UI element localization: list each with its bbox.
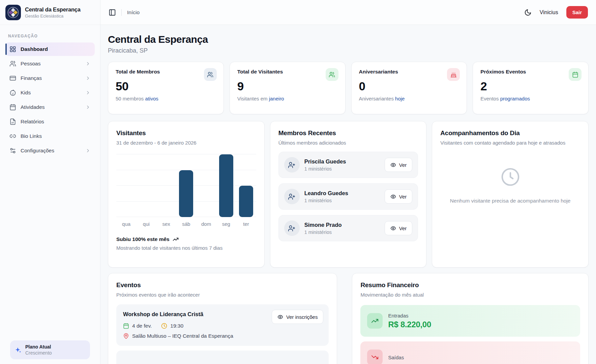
stat-desc: Visitantes em janeiro (237, 96, 338, 101)
eye-icon (277, 314, 283, 320)
chart-x-labels: quaquisexsábdomsegter (116, 221, 256, 227)
member-row: Simone Prado 1 ministérios Ver (278, 215, 418, 241)
breadcrumb[interactable]: Início (127, 9, 140, 16)
chevron-right-icon (85, 148, 91, 153)
member-row: Leandro Guedes 1 ministérios Ver (278, 183, 418, 210)
plan-label: Plano Atual (25, 344, 52, 350)
eye-icon (390, 225, 396, 231)
trending-up-icon (367, 313, 383, 329)
members-title: Membros Recentes (278, 129, 418, 137)
credit-card-icon (9, 75, 16, 82)
brand-subtitle: Gestão Eclesiástica (25, 13, 81, 19)
user-plus-icon (284, 220, 300, 236)
chart-bar (239, 186, 253, 217)
events-title: Eventos (116, 281, 329, 289)
link-icon (9, 133, 16, 140)
stat-card-aniversariantes: Aniversariantes 0 Aniversariantes hoje (351, 62, 467, 114)
sidebar-item-atividades[interactable]: Atividades (5, 100, 95, 114)
sidebar-item-bio-links[interactable]: Bio Links (5, 129, 95, 143)
members-subtitle: Últimos membros adicionados (278, 139, 418, 146)
member-row: Priscila Guedes 1 ministérios Ver (278, 152, 418, 178)
trending-up-icon (173, 236, 179, 242)
sliders-icon (9, 147, 16, 154)
page-subtitle: Piracicaba, SP (108, 47, 589, 54)
member-meta: 1 ministérios (304, 166, 346, 172)
stat-desc: Aniversariantes hoje (359, 96, 459, 101)
stat-desc: 50 membros ativos (116, 96, 216, 101)
chart-x-label: dom (196, 221, 216, 227)
sidebar-item-relatorios[interactable]: Relatórios (5, 115, 95, 128)
stat-card-membros: Total de Membros 50 50 membros ativos (108, 62, 224, 114)
eye-icon (390, 162, 396, 168)
followups-subtitle: Visitantes com contato agendado para hoj… (440, 139, 580, 146)
chart-x-label: sex (156, 221, 176, 227)
sidebar-item-label: Atividades (21, 104, 45, 110)
view-member-button[interactable]: Ver (385, 158, 413, 172)
page-title: Central da Esperança (108, 34, 589, 45)
stat-value: 2 (480, 80, 581, 93)
calendar-icon (123, 323, 129, 329)
layout-grid-icon (9, 46, 16, 53)
chart-x-label: seg (216, 221, 236, 227)
user-plus-icon (284, 157, 300, 173)
stat-value: 50 (116, 80, 216, 93)
topbar-divider (121, 9, 122, 16)
sidebar-item-label: Bio Links (21, 133, 42, 139)
map-pin-icon (123, 333, 129, 339)
cake-icon (447, 68, 460, 81)
brand-name: Central da Esperança (25, 6, 81, 13)
stat-value: 9 (237, 80, 338, 93)
moon-icon[interactable] (524, 9, 532, 16)
sidebar-item-label: Dashboard (21, 46, 48, 52)
current-plan-card[interactable]: Plano Atual Crescimento (10, 340, 90, 359)
events-card: Eventos Próximos eventos que irão aconte… (108, 273, 337, 364)
chevron-right-icon (85, 61, 91, 66)
sidebar-item-dashboard[interactable]: Dashboard (5, 42, 95, 56)
finance-entries: Entradas R$ 8.220,00 (360, 305, 580, 337)
sparkles-icon (14, 346, 22, 354)
exits-label: Saídas (388, 355, 404, 360)
events-subtitle: Próximos eventos que irão acontecer (116, 291, 329, 298)
church-logo (5, 5, 21, 20)
stat-card-eventos: Próximos Eventos 2 Eventos programados (473, 62, 589, 114)
sidebar-item-configuracoes[interactable]: Configurações (5, 144, 95, 157)
view-member-button[interactable]: Ver (385, 221, 413, 235)
chart-x-label: ter (236, 221, 256, 227)
event-item: Workshop de Liderança Cristã Ver inscriç… (116, 304, 329, 346)
topbar: Início Vinicius Sair (100, 0, 596, 25)
chart-x-label: sáb (176, 221, 196, 227)
logout-button[interactable]: Sair (566, 6, 588, 19)
sidebar-toggle-icon[interactable] (109, 9, 116, 16)
view-member-button[interactable]: Ver (385, 189, 413, 204)
stat-label: Próximos Eventos (480, 69, 581, 75)
sidebar-item-label: Finanças (21, 75, 42, 81)
baby-icon (9, 89, 16, 96)
users-icon (204, 68, 217, 81)
chart-x-label: qua (116, 221, 136, 227)
clock-icon (161, 323, 167, 329)
finance-card: Resumo Financeiro Movimentação do mês at… (352, 273, 589, 364)
member-name: Priscila Guedes (304, 158, 346, 165)
chart-trend: Subiu 100% este mês (116, 236, 256, 242)
plan-value: Crescimento (25, 350, 52, 356)
clock-icon (501, 167, 520, 187)
view-registrations-button[interactable]: Ver inscrições (272, 310, 323, 324)
stat-label: Total de Membros (116, 69, 216, 75)
calendar-icon (569, 68, 582, 81)
recent-members-card: Membros Recentes Últimos membros adicion… (270, 121, 427, 268)
sidebar-item-pessoas[interactable]: Pessoas (5, 57, 95, 70)
chart-x-label: qui (136, 221, 156, 227)
sidebar-item-kids[interactable]: Kids (5, 86, 95, 99)
trending-down-icon (367, 350, 383, 364)
chevron-right-icon (85, 104, 91, 110)
users-icon (326, 68, 338, 81)
user-name[interactable]: Vinicius (540, 9, 558, 16)
sidebar-item-label: Relatórios (21, 119, 44, 125)
followups-card: Acompanhamentos do Dia Visitantes com co… (432, 121, 589, 268)
chevron-right-icon (85, 75, 91, 81)
chart-note: Mostrando total de visitantes nos último… (116, 245, 256, 251)
stat-label: Total de Visitantes (237, 69, 338, 75)
chart-bar (179, 170, 193, 217)
dashboard-content: Central da Esperança Piracicaba, SP Tota… (100, 25, 596, 364)
sidebar-item-financas[interactable]: Finanças (5, 71, 95, 85)
